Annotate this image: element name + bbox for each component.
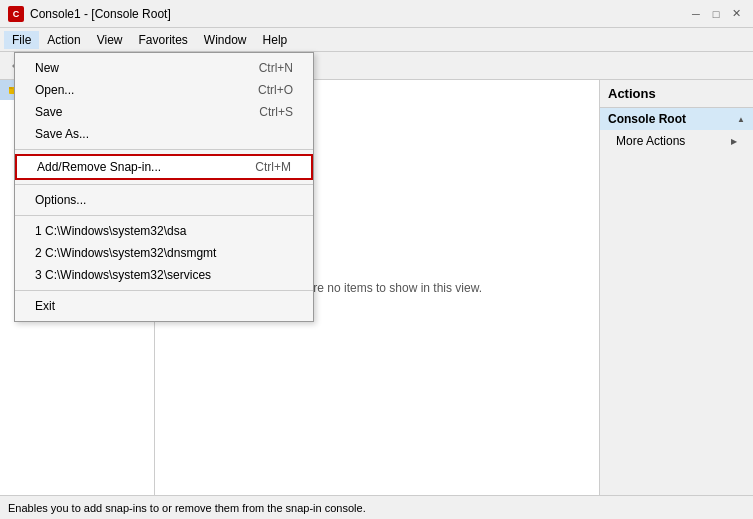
menu-save-as-label: Save As... (35, 127, 89, 141)
window-controls: ─ □ ✕ (687, 5, 745, 23)
menu-recent-2[interactable]: 2 C:\Windows\system32\dnsmgmt (15, 242, 313, 264)
menu-save-label: Save (35, 105, 62, 119)
status-bar: Enables you to add snap-ins to or remove… (0, 495, 753, 519)
app-icon: C (8, 6, 24, 22)
menu-add-remove-snapin-shortcut: Ctrl+M (255, 160, 291, 174)
title-bar-left: C Console1 - [Console Root] (8, 6, 171, 22)
menu-recent-1-label: 1 C:\Windows\system32\dsa (35, 224, 186, 238)
actions-section-label: Console Root (608, 112, 686, 126)
menu-action[interactable]: Action (39, 31, 88, 49)
collapse-icon: ▲ (737, 115, 745, 124)
menu-new-label: New (35, 61, 59, 75)
menu-add-remove-snapin-label: Add/Remove Snap-in... (37, 160, 161, 174)
menu-recent-1[interactable]: 1 C:\Windows\system32\dsa (15, 220, 313, 242)
menu-open-shortcut: Ctrl+O (258, 83, 293, 97)
svg-text:C: C (13, 9, 20, 19)
menu-exit-label: Exit (35, 299, 55, 313)
menu-view[interactable]: View (89, 31, 131, 49)
separator-4 (15, 290, 313, 291)
right-pane: Actions Console Root ▲ More Actions ▶ (599, 80, 753, 495)
menu-bar: File Action View Favorites Window Help (0, 28, 753, 52)
arrow-right-icon: ▶ (731, 137, 737, 146)
actions-header: Actions (600, 80, 753, 108)
more-actions-label: More Actions (616, 134, 685, 148)
menu-help[interactable]: Help (255, 31, 296, 49)
menu-options[interactable]: Options... (15, 189, 313, 211)
menu-exit[interactable]: Exit (15, 295, 313, 317)
status-text: Enables you to add snap-ins to or remove… (8, 502, 366, 514)
menu-save-shortcut: Ctrl+S (259, 105, 293, 119)
menu-open[interactable]: Open... Ctrl+O (15, 79, 313, 101)
window-title: Console1 - [Console Root] (30, 7, 171, 21)
title-bar: C Console1 - [Console Root] ─ □ ✕ (0, 0, 753, 28)
menu-open-label: Open... (35, 83, 74, 97)
menu-recent-3[interactable]: 3 C:\Windows\system32\services (15, 264, 313, 286)
minimize-button[interactable]: ─ (687, 5, 705, 23)
menu-recent-3-label: 3 C:\Windows\system32\services (35, 268, 211, 282)
menu-save-as[interactable]: Save As... (15, 123, 313, 145)
close-button[interactable]: ✕ (727, 5, 745, 23)
separator-1 (15, 149, 313, 150)
file-dropdown-menu: New Ctrl+N Open... Ctrl+O Save Ctrl+S Sa… (14, 52, 314, 322)
menu-recent-2-label: 2 C:\Windows\system32\dnsmgmt (35, 246, 216, 260)
menu-options-label: Options... (35, 193, 86, 207)
menu-favorites[interactable]: Favorites (131, 31, 196, 49)
menu-save[interactable]: Save Ctrl+S (15, 101, 313, 123)
menu-window[interactable]: Window (196, 31, 255, 49)
maximize-button[interactable]: □ (707, 5, 725, 23)
more-actions-item[interactable]: More Actions ▶ (600, 130, 753, 152)
menu-add-remove-snapin[interactable]: Add/Remove Snap-in... Ctrl+M (15, 154, 313, 180)
menu-new-shortcut: Ctrl+N (259, 61, 293, 75)
separator-3 (15, 215, 313, 216)
menu-file[interactable]: File (4, 31, 39, 49)
separator-2 (15, 184, 313, 185)
actions-section-console-root[interactable]: Console Root ▲ (600, 108, 753, 130)
menu-new[interactable]: New Ctrl+N (15, 57, 313, 79)
